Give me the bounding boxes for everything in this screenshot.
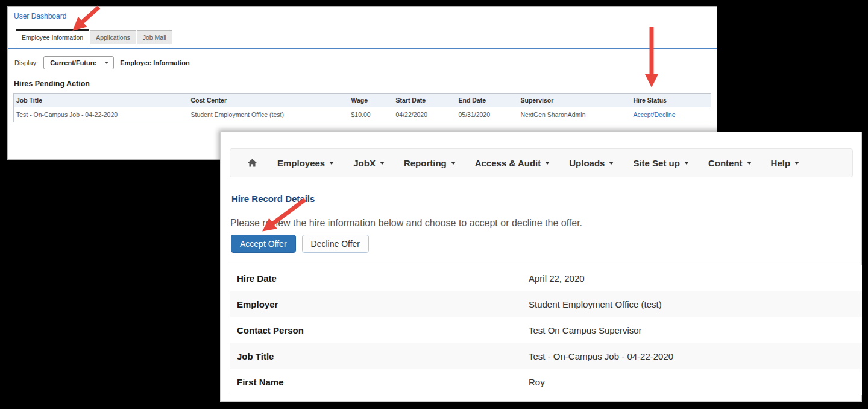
cell-cost-center: Student Employment Office (test)	[189, 107, 349, 122]
col-hire-status: Hire Status	[631, 94, 711, 107]
display-label: Display:	[14, 59, 38, 66]
cell-supervisor: NextGen SharonAdmin	[518, 107, 631, 122]
hires-pending-action-title: Hires Pending Action	[14, 80, 712, 88]
col-supervisor: Supervisor	[518, 94, 631, 107]
chevron-down-icon	[609, 162, 614, 165]
user-dashboard-link[interactable]: User Dashboard	[14, 12, 66, 21]
tab-employee-information[interactable]: Employee Information	[16, 29, 89, 44]
detail-row-first-name: First Name Roy	[230, 369, 862, 395]
nav-employees[interactable]: Employees	[268, 149, 344, 177]
tab-applications[interactable]: Applications	[90, 30, 136, 44]
hire-record-window: Employees JobX Reporting Access & Audit …	[220, 132, 862, 402]
chevron-down-icon	[684, 162, 689, 165]
chevron-down-icon	[380, 162, 385, 165]
col-end-date: End Date	[456, 94, 518, 107]
detail-value: Student Employment Office (test)	[529, 299, 662, 309]
tab-job-mail[interactable]: Job Mail	[137, 30, 172, 44]
detail-row-job-title: Job Title Test - On-Campus Job - 04-22-2…	[230, 343, 862, 369]
table-row: Test - On-Campus Job - 04-22-2020 Studen…	[14, 107, 711, 122]
nav-access-audit-label: Access & Audit	[475, 158, 541, 168]
chevron-down-icon	[329, 162, 334, 165]
detail-row-hire-date: Hire Date April 22, 2020	[230, 265, 862, 291]
nav-uploads-label: Uploads	[569, 158, 605, 168]
nav-help[interactable]: Help	[761, 149, 810, 177]
cell-job-title: Test - On-Campus Job - 04-22-2020	[14, 107, 189, 122]
detail-label: Job Title	[230, 351, 529, 361]
chevron-down-icon	[747, 162, 752, 165]
hires-table-header-row: Job Title Cost Center Wage Start Date En…	[14, 94, 711, 107]
chevron-down-icon	[545, 162, 550, 165]
cell-end-date: 05/31/2020	[456, 107, 518, 122]
chevron-down-icon	[105, 62, 108, 64]
nav-reporting[interactable]: Reporting	[394, 149, 465, 177]
col-wage: Wage	[349, 94, 394, 107]
detail-value: Test - On-Campus Job - 04-22-2020	[529, 351, 673, 361]
accept-decline-link[interactable]: Accept/Decline	[634, 111, 676, 118]
main-navbar: Employees JobX Reporting Access & Audit …	[230, 148, 853, 177]
nav-jobx[interactable]: JobX	[344, 149, 394, 177]
col-job-title: Job Title	[14, 94, 189, 107]
nav-reporting-label: Reporting	[404, 158, 447, 168]
chevron-down-icon	[451, 162, 456, 165]
detail-value: Test On Campus Supervisor	[529, 325, 642, 335]
nav-content-label: Content	[708, 158, 743, 168]
col-cost-center: Cost Center	[189, 94, 349, 107]
home-button[interactable]	[234, 149, 268, 177]
page-title: Hire Record Details	[231, 194, 861, 204]
display-select[interactable]: Current/Future	[43, 56, 114, 69]
hires-pending-table: Job Title Cost Center Wage Start Date En…	[13, 93, 711, 122]
decline-offer-button[interactable]: Decline Offer	[302, 235, 369, 253]
hire-details-table: Hire Date April 22, 2020 Employer Studen…	[230, 265, 862, 395]
detail-label: Employer	[230, 299, 529, 309]
accept-offer-button[interactable]: Accept Offer	[231, 235, 296, 253]
detail-row-employer: Employer Student Employment Office (test…	[230, 291, 862, 317]
screenshot-frame: User Dashboard Employee InformationAppli…	[0, 0, 868, 409]
detail-label: Hire Date	[230, 273, 529, 284]
nav-site-setup[interactable]: Site Set up	[623, 149, 699, 177]
detail-row-contact-person: Contact Person Test On Campus Supervisor	[230, 317, 862, 343]
dashboard-tabstrip: Employee InformationApplicationsJob Mail	[13, 31, 712, 49]
nav-uploads[interactable]: Uploads	[559, 149, 623, 177]
col-start-date: Start Date	[394, 94, 456, 107]
detail-value: Roy	[529, 377, 545, 387]
nav-help-label: Help	[771, 158, 791, 168]
detail-value: April 22, 2020	[529, 273, 585, 284]
nav-jobx-label: JobX	[353, 158, 376, 168]
instruction-text: Please review the hire information below…	[230, 218, 861, 229]
nav-employees-label: Employees	[277, 158, 325, 168]
detail-label: Contact Person	[230, 325, 529, 335]
display-select-value: Current/Future	[50, 59, 96, 66]
cell-start-date: 04/22/2020	[394, 107, 456, 122]
nav-content[interactable]: Content	[699, 149, 761, 177]
nav-site-setup-label: Site Set up	[633, 158, 680, 168]
home-icon	[247, 158, 257, 168]
detail-label: First Name	[230, 377, 529, 387]
display-caption: Employee Information	[120, 59, 190, 66]
cell-wage: $10.00	[349, 107, 394, 122]
chevron-down-icon	[794, 162, 799, 165]
nav-access-audit[interactable]: Access & Audit	[465, 149, 559, 177]
